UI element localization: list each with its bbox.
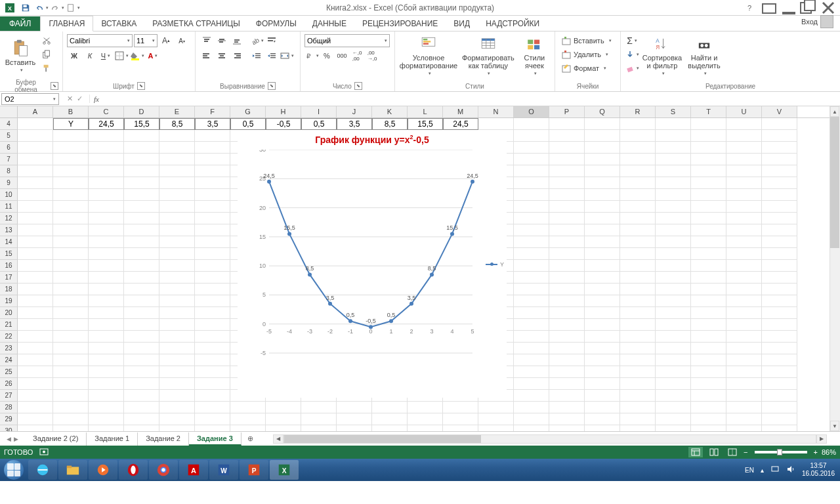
decrease-indent-icon[interactable] bbox=[249, 49, 264, 62]
cell[interactable]: 8,5 bbox=[159, 118, 195, 130]
fill-icon[interactable]: ▾ bbox=[625, 48, 639, 61]
cell[interactable] bbox=[159, 177, 195, 189]
cell[interactable] bbox=[195, 331, 230, 343]
font-launcher[interactable]: ⬊ bbox=[137, 82, 145, 90]
cell[interactable] bbox=[124, 331, 159, 343]
sheet-tab[interactable]: Задание 2 bbox=[138, 432, 189, 446]
col-header[interactable]: Q bbox=[585, 106, 620, 117]
cell[interactable] bbox=[53, 354, 89, 366]
cell[interactable] bbox=[230, 402, 266, 413]
cell[interactable] bbox=[656, 224, 691, 236]
cell[interactable] bbox=[159, 295, 195, 307]
cell[interactable] bbox=[53, 213, 89, 224]
accounting-icon[interactable]: ₽▾ bbox=[304, 49, 319, 62]
cell[interactable] bbox=[585, 224, 620, 236]
row-header[interactable]: 4 bbox=[0, 118, 18, 130]
cell[interactable] bbox=[53, 319, 89, 331]
cell[interactable] bbox=[585, 413, 620, 425]
cell[interactable] bbox=[620, 425, 656, 431]
fill-color-icon[interactable]: ▾ bbox=[130, 49, 144, 62]
cell[interactable]: 15,5 bbox=[124, 118, 159, 130]
cell[interactable] bbox=[691, 118, 726, 130]
decrease-decimal-icon[interactable]: ,00→,0 bbox=[365, 49, 379, 62]
cell[interactable] bbox=[549, 413, 585, 425]
cell[interactable] bbox=[656, 142, 691, 154]
chart-object[interactable]: График функции y=x2-0,5 -5051015202530-5… bbox=[238, 130, 507, 398]
cell[interactable] bbox=[656, 201, 691, 213]
zoom-out-button[interactable]: − bbox=[744, 448, 747, 456]
cell[interactable] bbox=[18, 319, 53, 331]
cell[interactable] bbox=[124, 354, 159, 366]
col-header[interactable]: V bbox=[762, 106, 797, 117]
clipboard-launcher[interactable]: ⬊ bbox=[51, 82, 58, 90]
cell[interactable] bbox=[726, 402, 762, 413]
cell[interactable] bbox=[691, 307, 726, 319]
zoom-in-button[interactable]: + bbox=[814, 448, 818, 456]
cell[interactable] bbox=[691, 331, 726, 343]
formula-input[interactable] bbox=[103, 93, 840, 105]
cell[interactable] bbox=[53, 425, 89, 431]
cell[interactable] bbox=[18, 224, 53, 236]
italic-button[interactable]: К bbox=[83, 49, 97, 62]
cell[interactable] bbox=[585, 307, 620, 319]
cell[interactable] bbox=[53, 343, 89, 354]
cell[interactable] bbox=[656, 413, 691, 425]
cell[interactable]: 0,5 bbox=[301, 118, 337, 130]
save-icon[interactable] bbox=[18, 1, 33, 14]
cell[interactable] bbox=[762, 319, 797, 331]
col-header[interactable]: R bbox=[620, 106, 656, 117]
cell[interactable] bbox=[18, 425, 53, 431]
col-header[interactable]: K bbox=[372, 106, 408, 117]
cell[interactable] bbox=[656, 260, 691, 272]
cell[interactable]: 3,5 bbox=[337, 118, 372, 130]
cell[interactable] bbox=[762, 307, 797, 319]
orientation-icon[interactable]: ab▾ bbox=[249, 34, 264, 47]
tab-formulas[interactable]: ФОРМУЛЫ bbox=[248, 16, 304, 31]
taskbar-opera-icon[interactable] bbox=[119, 460, 148, 480]
cell[interactable] bbox=[656, 189, 691, 201]
cell[interactable] bbox=[762, 142, 797, 154]
tray-lang[interactable]: EN bbox=[745, 467, 754, 474]
col-header[interactable]: F bbox=[195, 106, 230, 117]
cell[interactable] bbox=[549, 260, 585, 272]
cell[interactable] bbox=[53, 402, 89, 413]
cell[interactable] bbox=[762, 260, 797, 272]
cell[interactable] bbox=[159, 260, 195, 272]
row-header[interactable]: 6 bbox=[0, 142, 18, 154]
bold-button[interactable]: Ж bbox=[67, 49, 81, 62]
col-header[interactable]: T bbox=[691, 106, 726, 117]
cell[interactable] bbox=[18, 142, 53, 154]
cell[interactable] bbox=[159, 331, 195, 343]
start-button[interactable] bbox=[0, 459, 28, 481]
cell[interactable] bbox=[53, 142, 89, 154]
cell[interactable] bbox=[726, 272, 762, 284]
cell[interactable]: 0,5 bbox=[230, 118, 266, 130]
cell[interactable] bbox=[408, 413, 443, 425]
cell[interactable] bbox=[195, 390, 230, 402]
cell[interactable] bbox=[195, 177, 230, 189]
cell[interactable] bbox=[726, 248, 762, 260]
cell[interactable] bbox=[53, 236, 89, 248]
cell[interactable] bbox=[514, 165, 549, 177]
percent-icon[interactable]: % bbox=[320, 49, 334, 62]
cell[interactable] bbox=[124, 378, 159, 390]
cell[interactable] bbox=[53, 284, 89, 295]
cell[interactable] bbox=[514, 307, 549, 319]
view-normal-icon[interactable] bbox=[688, 447, 703, 457]
cell[interactable] bbox=[620, 224, 656, 236]
cell[interactable] bbox=[726, 260, 762, 272]
number-launcher[interactable]: ⬊ bbox=[354, 82, 362, 90]
cell[interactable] bbox=[18, 366, 53, 378]
cell[interactable] bbox=[124, 260, 159, 272]
cell[interactable] bbox=[620, 213, 656, 224]
cell[interactable] bbox=[195, 248, 230, 260]
cell[interactable] bbox=[301, 425, 337, 431]
cell[interactable] bbox=[691, 236, 726, 248]
cell[interactable] bbox=[53, 366, 89, 378]
row-header[interactable]: 14 bbox=[0, 236, 18, 248]
row-header[interactable]: 27 bbox=[0, 390, 18, 402]
cell[interactable] bbox=[53, 189, 89, 201]
cell[interactable] bbox=[443, 402, 478, 413]
cell[interactable] bbox=[691, 272, 726, 284]
cell[interactable] bbox=[18, 189, 53, 201]
